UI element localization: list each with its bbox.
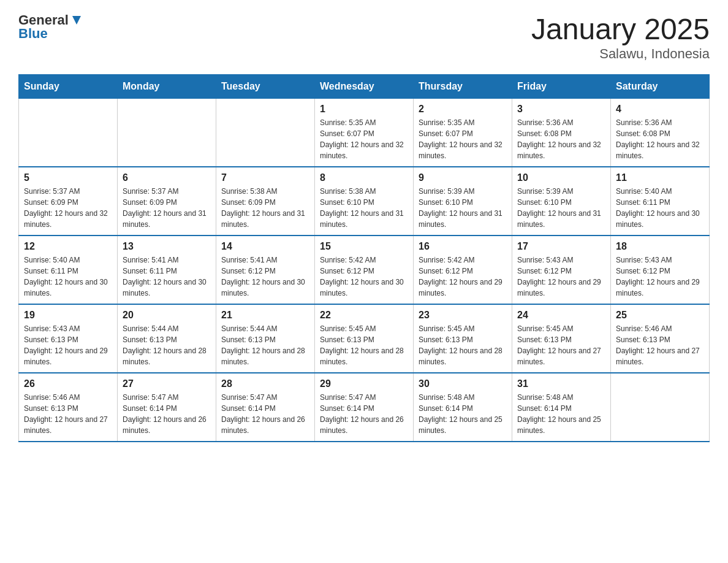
calendar-cell <box>611 373 710 442</box>
day-info: Sunrise: 5:47 AMSunset: 6:14 PMDaylight:… <box>123 392 211 436</box>
day-info: Sunrise: 5:43 AMSunset: 6:12 PMDaylight:… <box>616 255 704 299</box>
calendar-table: SundayMondayTuesdayWednesdayThursdayFrid… <box>18 74 710 442</box>
day-info: Sunrise: 5:46 AMSunset: 6:13 PMDaylight:… <box>24 392 112 436</box>
calendar-day-header: Sunday <box>19 75 118 99</box>
day-info: Sunrise: 5:43 AMSunset: 6:12 PMDaylight:… <box>517 255 605 299</box>
day-number: 14 <box>221 241 309 252</box>
day-number: 21 <box>221 310 309 321</box>
calendar-week-row: 19Sunrise: 5:43 AMSunset: 6:13 PMDayligh… <box>19 304 710 373</box>
day-number: 13 <box>123 241 211 252</box>
day-info: Sunrise: 5:41 AMSunset: 6:11 PMDaylight:… <box>123 255 211 299</box>
day-number: 15 <box>320 241 408 252</box>
day-info: Sunrise: 5:48 AMSunset: 6:14 PMDaylight:… <box>419 392 507 436</box>
page-header: General Blue January 2025 Salawu, Indone… <box>18 12 710 62</box>
calendar-cell: 29Sunrise: 5:47 AMSunset: 6:14 PMDayligh… <box>315 373 414 442</box>
day-number: 29 <box>320 378 408 389</box>
day-number: 5 <box>24 172 112 183</box>
day-number: 31 <box>517 378 605 389</box>
calendar-cell: 14Sunrise: 5:41 AMSunset: 6:12 PMDayligh… <box>216 236 315 304</box>
day-number: 30 <box>419 378 507 389</box>
day-number: 6 <box>123 172 211 183</box>
day-info: Sunrise: 5:38 AMSunset: 6:10 PMDaylight:… <box>320 186 408 230</box>
day-number: 26 <box>24 378 112 389</box>
calendar-cell: 24Sunrise: 5:45 AMSunset: 6:13 PMDayligh… <box>512 304 611 373</box>
day-number: 3 <box>517 104 605 115</box>
day-info: Sunrise: 5:44 AMSunset: 6:13 PMDaylight:… <box>123 323 211 367</box>
calendar-cell: 11Sunrise: 5:40 AMSunset: 6:11 PMDayligh… <box>611 167 710 236</box>
day-number: 10 <box>517 172 605 183</box>
day-number: 24 <box>517 310 605 321</box>
day-number: 25 <box>616 310 704 321</box>
calendar-day-header: Saturday <box>611 75 710 99</box>
day-number: 7 <box>221 172 309 183</box>
day-info: Sunrise: 5:35 AMSunset: 6:07 PMDaylight:… <box>320 117 408 161</box>
day-number: 18 <box>616 241 704 252</box>
calendar-cell: 4Sunrise: 5:36 AMSunset: 6:08 PMDaylight… <box>611 99 710 167</box>
day-info: Sunrise: 5:42 AMSunset: 6:12 PMDaylight:… <box>320 255 408 299</box>
day-info: Sunrise: 5:37 AMSunset: 6:09 PMDaylight:… <box>123 186 211 230</box>
day-info: Sunrise: 5:47 AMSunset: 6:14 PMDaylight:… <box>221 392 309 436</box>
calendar-cell: 2Sunrise: 5:35 AMSunset: 6:07 PMDaylight… <box>414 99 512 167</box>
calendar-week-row: 5Sunrise: 5:37 AMSunset: 6:09 PMDaylight… <box>19 167 710 236</box>
calendar-cell: 30Sunrise: 5:48 AMSunset: 6:14 PMDayligh… <box>414 373 512 442</box>
calendar-cell: 27Sunrise: 5:47 AMSunset: 6:14 PMDayligh… <box>118 373 216 442</box>
day-number: 8 <box>320 172 408 183</box>
calendar-day-header: Friday <box>512 75 611 99</box>
day-info: Sunrise: 5:39 AMSunset: 6:10 PMDaylight:… <box>517 186 605 230</box>
day-info: Sunrise: 5:41 AMSunset: 6:12 PMDaylight:… <box>221 255 309 299</box>
calendar-cell: 6Sunrise: 5:37 AMSunset: 6:09 PMDaylight… <box>118 167 216 236</box>
logo-triangle-icon <box>70 13 83 27</box>
day-info: Sunrise: 5:45 AMSunset: 6:13 PMDaylight:… <box>320 323 408 367</box>
calendar-cell: 12Sunrise: 5:40 AMSunset: 6:11 PMDayligh… <box>19 236 118 304</box>
day-info: Sunrise: 5:36 AMSunset: 6:08 PMDaylight:… <box>517 117 605 161</box>
calendar-day-header: Thursday <box>414 75 512 99</box>
day-info: Sunrise: 5:35 AMSunset: 6:07 PMDaylight:… <box>419 117 507 161</box>
calendar-cell: 31Sunrise: 5:48 AMSunset: 6:14 PMDayligh… <box>512 373 611 442</box>
day-info: Sunrise: 5:48 AMSunset: 6:14 PMDaylight:… <box>517 392 605 436</box>
day-info: Sunrise: 5:36 AMSunset: 6:08 PMDaylight:… <box>616 117 704 161</box>
calendar-cell: 23Sunrise: 5:45 AMSunset: 6:13 PMDayligh… <box>414 304 512 373</box>
calendar-week-row: 12Sunrise: 5:40 AMSunset: 6:11 PMDayligh… <box>19 236 710 304</box>
calendar-cell: 15Sunrise: 5:42 AMSunset: 6:12 PMDayligh… <box>315 236 414 304</box>
calendar-cell: 20Sunrise: 5:44 AMSunset: 6:13 PMDayligh… <box>118 304 216 373</box>
day-number: 22 <box>320 310 408 321</box>
day-info: Sunrise: 5:44 AMSunset: 6:13 PMDaylight:… <box>221 323 309 367</box>
day-info: Sunrise: 5:45 AMSunset: 6:13 PMDaylight:… <box>517 323 605 367</box>
day-number: 1 <box>320 104 408 115</box>
calendar-cell: 16Sunrise: 5:42 AMSunset: 6:12 PMDayligh… <box>414 236 512 304</box>
day-info: Sunrise: 5:40 AMSunset: 6:11 PMDaylight:… <box>24 255 112 299</box>
calendar-cell: 21Sunrise: 5:44 AMSunset: 6:13 PMDayligh… <box>216 304 315 373</box>
calendar-cell <box>216 99 315 167</box>
day-number: 16 <box>419 241 507 252</box>
calendar-cell: 8Sunrise: 5:38 AMSunset: 6:10 PMDaylight… <box>315 167 414 236</box>
calendar-cell: 26Sunrise: 5:46 AMSunset: 6:13 PMDayligh… <box>19 373 118 442</box>
calendar-cell <box>19 99 118 167</box>
day-number: 19 <box>24 310 112 321</box>
calendar-week-row: 26Sunrise: 5:46 AMSunset: 6:13 PMDayligh… <box>19 373 710 442</box>
calendar-day-header: Monday <box>118 75 216 99</box>
page-subtitle: Salawu, Indonesia <box>531 46 710 62</box>
calendar-header-row: SundayMondayTuesdayWednesdayThursdayFrid… <box>19 75 710 99</box>
day-number: 20 <box>123 310 211 321</box>
calendar-cell: 5Sunrise: 5:37 AMSunset: 6:09 PMDaylight… <box>19 167 118 236</box>
day-number: 23 <box>419 310 507 321</box>
day-info: Sunrise: 5:39 AMSunset: 6:10 PMDaylight:… <box>419 186 507 230</box>
day-number: 9 <box>419 172 507 183</box>
day-number: 2 <box>419 104 507 115</box>
day-number: 17 <box>517 241 605 252</box>
svg-marker-0 <box>72 16 81 25</box>
calendar-cell: 13Sunrise: 5:41 AMSunset: 6:11 PMDayligh… <box>118 236 216 304</box>
calendar-cell: 18Sunrise: 5:43 AMSunset: 6:12 PMDayligh… <box>611 236 710 304</box>
day-info: Sunrise: 5:40 AMSunset: 6:11 PMDaylight:… <box>616 186 704 230</box>
calendar-cell <box>118 99 216 167</box>
logo: General Blue <box>18 12 83 42</box>
calendar-cell: 3Sunrise: 5:36 AMSunset: 6:08 PMDaylight… <box>512 99 611 167</box>
calendar-day-header: Wednesday <box>315 75 414 99</box>
title-block: January 2025 Salawu, Indonesia <box>531 12 710 62</box>
calendar-cell: 22Sunrise: 5:45 AMSunset: 6:13 PMDayligh… <box>315 304 414 373</box>
day-number: 28 <box>221 378 309 389</box>
calendar-week-row: 1Sunrise: 5:35 AMSunset: 6:07 PMDaylight… <box>19 99 710 167</box>
calendar-cell: 1Sunrise: 5:35 AMSunset: 6:07 PMDaylight… <box>315 99 414 167</box>
calendar-cell: 25Sunrise: 5:46 AMSunset: 6:13 PMDayligh… <box>611 304 710 373</box>
day-info: Sunrise: 5:47 AMSunset: 6:14 PMDaylight:… <box>320 392 408 436</box>
